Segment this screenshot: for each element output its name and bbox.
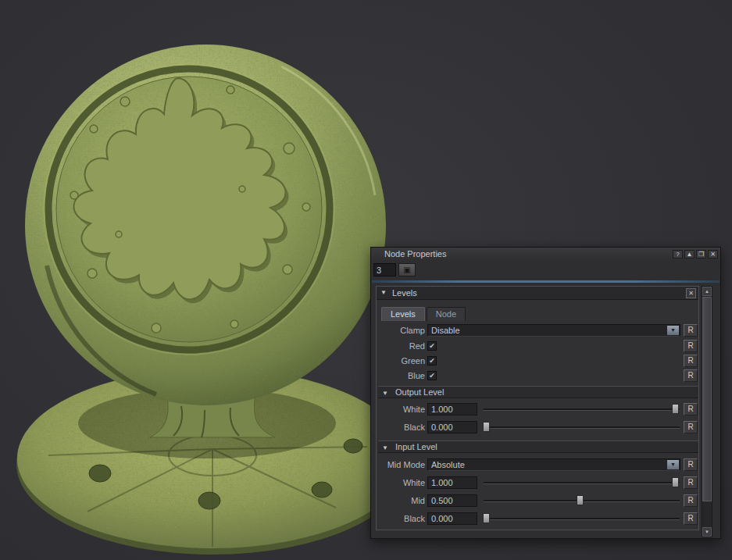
app-window: Node Properties ? ▲ ❐ ✕ ▣ ▼ Levels ✕ Lev… [0, 0, 732, 560]
input-white-label: White [377, 476, 425, 490]
form-tool-icon: ▣ [403, 266, 410, 274]
chevron-down-icon: ▼ [667, 460, 679, 469]
slider-handle[interactable] [483, 422, 490, 432]
close-icon[interactable]: ✕ [708, 250, 718, 259]
green-label: Green [377, 354, 425, 368]
slider-track[interactable] [484, 482, 680, 484]
output-black-field[interactable] [427, 421, 477, 433]
red-label: Red [377, 339, 425, 353]
tab-node[interactable]: Node [427, 307, 466, 321]
rollup-icon[interactable]: ▲ [684, 250, 695, 259]
output-black-slider[interactable] [482, 421, 681, 433]
blue-checkbox[interactable]: ✔ [427, 371, 437, 380]
output-black-label: Black [377, 420, 425, 434]
mid-mode-dropdown[interactable]: Absolute ▼ [427, 458, 680, 471]
input-black-label: Black [377, 512, 425, 526]
input-mid-slider[interactable] [482, 494, 681, 507]
blue-row: Blue ✔ R [377, 369, 700, 383]
output-black-reset-button[interactable]: R [684, 421, 698, 433]
output-level-header[interactable]: ▼ Output Level [378, 386, 698, 398]
input-level-title: Input Level [395, 442, 437, 451]
clamp-value: Disable [431, 326, 460, 335]
output-white-reset-button[interactable]: R [684, 403, 698, 416]
node-properties-panel: Node Properties ? ▲ ❐ ✕ ▣ ▼ Levels ✕ Lev… [370, 247, 721, 539]
scrollbar-thumb[interactable] [702, 297, 712, 501]
collapse-triangle-icon: ▼ [382, 444, 388, 451]
maximize-icon[interactable]: ❐ [696, 250, 706, 259]
node-index-field[interactable] [373, 263, 396, 276]
slider-track[interactable] [484, 408, 680, 411]
input-level-header[interactable]: ▼ Input Level [378, 441, 698, 453]
levels-group-header[interactable]: ▼ Levels ✕ [377, 287, 698, 300]
clamp-reset-button[interactable]: R [684, 324, 698, 337]
red-reset-button[interactable]: R [684, 340, 698, 352]
scroll-up-icon[interactable]: ▲ [702, 287, 712, 296]
output-white-slider[interactable] [482, 403, 681, 416]
panel-title: Node Properties [384, 249, 447, 259]
input-black-row: Black R [377, 512, 700, 526]
titlebar-icons: ? ▲ ❐ ✕ [673, 250, 718, 259]
input-white-field[interactable] [427, 476, 477, 489]
chevron-down-icon: ▼ [667, 326, 679, 335]
slider-handle[interactable] [577, 495, 584, 505]
input-black-reset-button[interactable]: R [684, 512, 698, 525]
green-reset-button[interactable]: R [684, 355, 698, 367]
form-tool-button[interactable]: ▣ [398, 263, 416, 276]
input-mid-field[interactable] [427, 494, 477, 507]
input-white-slider[interactable] [482, 476, 681, 489]
slider-handle[interactable] [483, 513, 490, 523]
input-white-row: White R [377, 476, 700, 490]
collapse-triangle-icon: ▼ [382, 390, 388, 397]
tab-levels[interactable]: Levels [381, 307, 425, 321]
red-checkbox[interactable]: ✔ [427, 341, 437, 351]
output-white-row: White R [377, 402, 700, 416]
input-mid-row: Mid R [377, 494, 700, 508]
blue-label: Blue [377, 369, 425, 383]
output-white-field[interactable] [427, 403, 477, 416]
slider-handle[interactable] [672, 404, 679, 414]
clamp-label: Clamp [377, 323, 425, 337]
clamp-dropdown[interactable]: Disable ▼ [427, 324, 680, 337]
panel-titlebar[interactable]: Node Properties ? ▲ ❐ ✕ [371, 248, 720, 261]
tab-bar: Levels Node [381, 307, 466, 321]
input-white-reset-button[interactable]: R [684, 476, 698, 489]
selection-accent-line [372, 280, 720, 283]
collapse-triangle-icon[interactable]: ▼ [380, 287, 387, 299]
green-row: Green ✔ R [377, 354, 700, 368]
output-level-title: Output Level [395, 387, 444, 397]
input-mid-label: Mid [377, 494, 425, 508]
mid-mode-row: Mid Mode Absolute ▼ R [377, 458, 700, 472]
panel-scrollbar[interactable]: ▲ ▼ [702, 286, 712, 537]
mid-mode-label: Mid Mode [377, 458, 425, 472]
slider-track[interactable] [484, 518, 680, 520]
help-icon[interactable]: ? [673, 250, 683, 259]
levels-group-title: Levels [392, 287, 417, 299]
input-mid-reset-button[interactable]: R [684, 494, 698, 507]
red-row: Red ✔ R [377, 339, 700, 353]
slider-track[interactable] [484, 426, 680, 429]
green-checkbox[interactable]: ✔ [427, 356, 437, 366]
mid-mode-value: Absolute [431, 460, 465, 469]
clamp-row: Clamp Disable ▼ R [377, 323, 700, 337]
input-black-field[interactable] [427, 512, 477, 525]
input-black-slider[interactable] [482, 512, 681, 525]
output-black-row: Black R [377, 420, 700, 434]
group-close-icon[interactable]: ✕ [686, 288, 696, 298]
mid-mode-reset-button[interactable]: R [684, 458, 698, 471]
slider-handle[interactable] [672, 477, 679, 487]
levels-group: ▼ Levels ✕ Levels Node Clamp Disable ▼ R… [376, 286, 699, 530]
output-white-label: White [377, 402, 425, 416]
blue-reset-button[interactable]: R [684, 369, 698, 382]
scroll-down-icon[interactable]: ▼ [702, 527, 712, 537]
